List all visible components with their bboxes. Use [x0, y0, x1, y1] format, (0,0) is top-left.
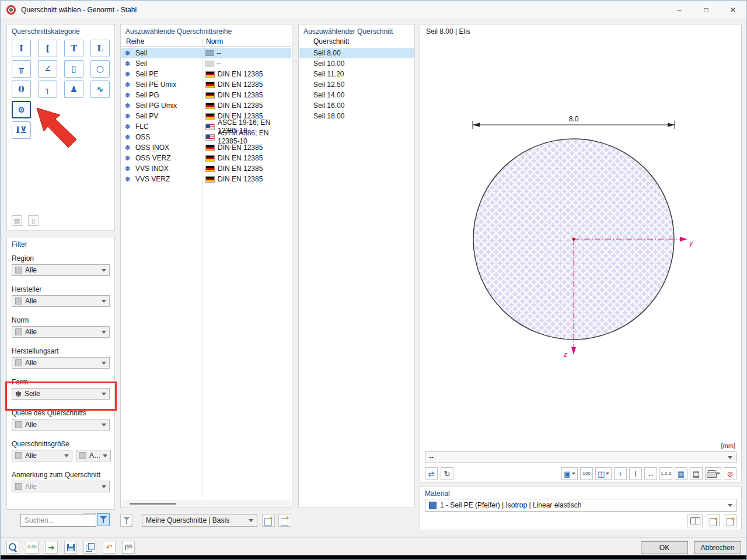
reset-view-button[interactable]: ⊘ — [724, 467, 736, 480]
series-row[interactable]: ✽OSS VERZDIN EN 12385 — [121, 153, 291, 163]
cable-shape-icon: ✽ — [125, 155, 132, 162]
preview-caption: Seil 8.00 | Elis — [426, 27, 470, 36]
category-i-sections-button[interactable]: I — [12, 40, 31, 57]
save-template-button[interactable] — [64, 541, 77, 554]
rotate-section-button[interactable]: ↻ — [441, 467, 453, 480]
material-dropdown[interactable]: 1 - Seil PE (Pfeifer) | Isotrop | Linear… — [425, 499, 736, 512]
category-channel-sections-button[interactable]: [ — [38, 40, 57, 57]
section-row[interactable]: Seil 12.50 — [299, 79, 414, 90]
show-values-button[interactable]: 100 — [580, 467, 593, 480]
category-list-view-button[interactable]: ▤ — [12, 215, 22, 226]
filter-region-value: Alle — [25, 266, 37, 274]
table-button[interactable]: ▤ — [690, 467, 703, 480]
filter-norm-dropdown[interactable]: Alle — [12, 326, 110, 338]
minimize-button[interactable]: – — [666, 1, 693, 19]
category-grid-view-button[interactable]: ▯ — [28, 215, 39, 226]
numbering-button[interactable]: 1,2,3 — [659, 467, 672, 480]
preview-info-dropdown[interactable]: -- — [425, 452, 736, 463]
norm-text: DIN EN 12385 — [218, 175, 263, 183]
series-row[interactable]: ✽VVS INOXDIN EN 12385 — [121, 163, 291, 174]
category-half-i-sections-button[interactable]: ╥ — [12, 60, 31, 78]
favorites-dropdown[interactable]: Meine Querschnitte | Basis — [142, 514, 257, 527]
series-row[interactable]: ✽OSSASTM A586; EN 12385-10 — [121, 132, 291, 142]
find-section-button[interactable] — [6, 541, 19, 554]
stress-points-button[interactable]: + — [614, 467, 627, 480]
units-button[interactable]: Iᵇʰ — [122, 541, 135, 554]
show-values-icon: 100 — [582, 471, 590, 476]
maximize-button[interactable]: □ — [693, 1, 720, 19]
search-input[interactable] — [20, 514, 96, 527]
filter-anmerkung-dropdown[interactable]: Alle — [12, 481, 110, 492]
numbering-icon: 1,2,3 — [661, 471, 671, 476]
decimal-places-button[interactable]: 0.00 — [26, 541, 39, 554]
section-row[interactable]: Seil 11.20 — [299, 69, 414, 79]
filter-quelle-dropdown[interactable]: Alle — [12, 419, 110, 430]
section-row[interactable]: Seil 16.00 — [299, 100, 414, 111]
import-section-button[interactable]: ➜ — [45, 541, 58, 554]
filter-import-button[interactable]: ↓ — [120, 514, 133, 527]
series-row[interactable]: ✽Seil-- — [121, 58, 291, 69]
filter-form-dropdown[interactable]: ✽Seile — [12, 388, 110, 400]
cable-shape-icon: ✽ — [125, 50, 132, 57]
new-material-button[interactable] — [707, 514, 720, 527]
column-header-norm[interactable]: Norm — [206, 37, 223, 46]
scrollbar-thumb[interactable] — [130, 503, 176, 505]
close-button[interactable]: ✕ — [720, 1, 746, 19]
section-row[interactable]: Seil 8.00 — [299, 48, 414, 58]
horizontal-scrollbar[interactable] — [121, 500, 291, 507]
apply-filter-button[interactable] — [97, 513, 110, 526]
new-favorites-group-button[interactable] — [262, 514, 275, 527]
category-rectangular-hollow-sections-button[interactable]: ▯ — [64, 60, 83, 78]
filter-hersteller-dropdown[interactable]: Alle — [12, 295, 110, 307]
series-row[interactable]: ✽Seil PE UmixDIN EN 12385 — [121, 79, 291, 90]
render-mode-dropdown[interactable]: ▣ — [561, 467, 578, 480]
category-combined-sections-button[interactable]: I⊻ — [12, 121, 31, 139]
category-circular-hollow-sections-button[interactable]: ○ — [90, 60, 110, 78]
edit-material-button[interactable] — [724, 514, 736, 527]
grid-button[interactable]: ▦ — [675, 467, 687, 480]
dimensions-button[interactable]: I — [629, 467, 642, 480]
undo-button[interactable]: ↶ — [103, 541, 116, 554]
series-row[interactable]: ✽Seil PEDIN EN 12385 — [121, 69, 291, 79]
column-header-querschnitt[interactable]: Querschnitt — [313, 37, 349, 46]
column-header-reihe[interactable]: Reihe — [126, 37, 144, 46]
dimension-lines-button[interactable]: ↔ — [644, 467, 657, 480]
category-cable-sections-button[interactable]: ⊙ — [12, 101, 31, 118]
series-row[interactable]: ✽Seil PGDIN EN 12385 — [121, 90, 291, 100]
new-favorites-group-icon — [264, 517, 273, 524]
series-row[interactable]: ✽VVS VERZDIN EN 12385 — [121, 174, 291, 184]
category-t-sections-button[interactable]: T — [64, 40, 83, 57]
section-row[interactable]: Seil 14.00 — [299, 90, 414, 100]
new-favorites-list-button[interactable] — [278, 514, 291, 527]
section-row[interactable]: Seil 10.00 — [299, 58, 414, 69]
norm-cell: DIN EN 12385 — [205, 175, 263, 183]
print-dropdown[interactable] — [705, 467, 721, 480]
category-angle-sections-button[interactable]: L — [90, 40, 110, 57]
section-row[interactable]: Seil 18.00 — [299, 111, 414, 121]
decimal-places-icon: 0.00 — [27, 545, 37, 550]
series-row[interactable]: ✽Seil PG UmixDIN EN 12385 — [121, 100, 291, 111]
category-rail-sections-button[interactable]: ♟ — [64, 80, 83, 98]
filter-region-dropdown[interactable]: Alle — [12, 264, 110, 276]
category-corrugated-sections-button[interactable]: ∿ — [90, 80, 110, 98]
series-row[interactable]: ✽OSS INOXDIN EN 12385 — [121, 142, 291, 153]
filter-groesse-2-dropdown[interactable]: Alle — [76, 450, 111, 461]
series-row[interactable]: ✽Seil-- — [121, 48, 291, 58]
category-solid-round-sections-button[interactable]: 0 — [12, 80, 31, 98]
germany-flag-icon — [205, 103, 215, 109]
cable-shape-icon: ✽ — [125, 134, 132, 141]
section-preview-canvas[interactable]: 8.0 y z [mm] — [420, 24, 741, 450]
view-settings-dropdown[interactable]: ◫ — [595, 467, 612, 480]
transfer-section-button[interactable]: ⇄ — [425, 467, 438, 480]
ok-button[interactable]: OK — [641, 541, 688, 554]
copy-section-button[interactable] — [83, 541, 96, 554]
filter-groesse-1-dropdown[interactable]: Alle — [12, 450, 72, 461]
filter-herstellungsart-dropdown[interactable]: Alle — [12, 357, 110, 369]
cancel-button[interactable]: Abbrechen — [694, 541, 741, 554]
category-sharp-angle-sections-button[interactable]: ∠ — [38, 60, 57, 78]
category-cold-formed-sections-button[interactable]: ┐ — [38, 80, 57, 98]
filter-swatch-icon — [15, 359, 22, 366]
sort-caret-icon[interactable]: ^ — [350, 32, 352, 37]
material-library-button[interactable] — [687, 514, 703, 527]
filter-label-form: Form — [12, 378, 110, 387]
